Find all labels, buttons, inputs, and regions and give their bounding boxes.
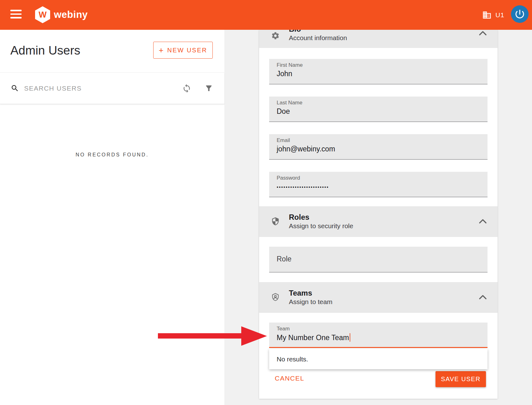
shield-person-icon	[271, 293, 280, 302]
team-label: Team	[277, 326, 290, 332]
team-input-field[interactable]: Team My Number One Team	[269, 323, 488, 348]
shield-icon	[271, 217, 280, 226]
tenant-switcher[interactable]: U1	[482, 0, 504, 30]
password-label: Password	[277, 175, 300, 181]
section-subtitle-teams: Assign to team	[289, 297, 332, 306]
section-title-teams: Teams	[289, 289, 332, 297]
refresh-icon[interactable]	[180, 82, 194, 95]
filter-icon[interactable]	[202, 82, 216, 95]
password-value: •••••••••••••••••••••••	[277, 184, 329, 190]
last-name-label: Last Name	[277, 100, 302, 106]
first-name-value: John	[277, 70, 292, 78]
tenant-label: U1	[495, 11, 504, 19]
email-value: john@webiny.com	[277, 145, 335, 153]
last-name-field[interactable]: Last Name Doe	[269, 97, 488, 122]
search-toolbar	[0, 73, 224, 104]
list-header: Admin Users + NEW USER	[0, 30, 224, 73]
section-subtitle-bio: Account information	[289, 34, 347, 42]
webiny-hexagon-icon: W	[35, 6, 50, 23]
chevron-up-icon[interactable]	[479, 219, 487, 224]
new-user-button-label: NEW USER	[167, 47, 207, 54]
search-input[interactable]	[24, 85, 180, 92]
section-header-teams: Teams Assign to team	[259, 282, 498, 313]
top-app-bar: W webiny U1	[0, 0, 532, 30]
email-field[interactable]: Email john@webiny.com	[269, 134, 488, 160]
cancel-button[interactable]: CANCEL	[272, 372, 307, 385]
text-cursor	[350, 333, 350, 342]
chevron-up-icon[interactable]	[479, 31, 487, 36]
search-icon[interactable]	[11, 84, 19, 92]
no-results-message: No results.	[277, 355, 308, 363]
logo-initial: W	[39, 10, 46, 20]
last-name-value: Doe	[277, 107, 290, 116]
role-select-field[interactable]: Role	[269, 247, 488, 272]
page: W webiny U1 Admin Users + NEW USER	[0, 0, 532, 405]
section-subtitle-roles: Assign to security role	[289, 222, 353, 230]
password-field[interactable]: Password •••••••••••••••••••••••	[269, 172, 488, 197]
brand-wordmark: webiny	[54, 9, 88, 20]
gear-icon	[271, 31, 280, 40]
users-list-panel: Admin Users + NEW USER NO RECORDS F	[0, 30, 224, 405]
power-icon	[511, 5, 529, 23]
user-avatar[interactable]	[511, 5, 529, 23]
section-header-roles: Roles Assign to security role	[259, 206, 498, 237]
section-title-roles: Roles	[289, 213, 353, 222]
role-label: Role	[277, 255, 291, 263]
chevron-up-icon[interactable]	[479, 295, 487, 300]
save-user-button[interactable]: SAVE USER	[436, 371, 486, 387]
plus-icon: +	[159, 46, 164, 54]
webiny-logo[interactable]: W webiny	[35, 6, 88, 23]
section-title-bio: Bio	[289, 30, 347, 34]
first-name-label: First Name	[277, 62, 303, 68]
new-user-button[interactable]: + NEW USER	[153, 42, 213, 59]
page-title: Admin Users	[10, 44, 80, 57]
autocomplete-dropdown: No results.	[269, 349, 488, 369]
empty-state-message: NO RECORDS FOUND.	[0, 152, 224, 158]
menu-icon[interactable]	[10, 10, 22, 20]
user-form-card: Bio Account information First Name John …	[259, 30, 498, 399]
building-icon	[482, 10, 492, 20]
section-header-bio: Bio Account information	[259, 30, 498, 48]
email-label: Email	[277, 137, 290, 144]
first-name-field[interactable]: First Name John	[269, 59, 488, 84]
team-value: My Number One Team	[277, 333, 350, 342]
